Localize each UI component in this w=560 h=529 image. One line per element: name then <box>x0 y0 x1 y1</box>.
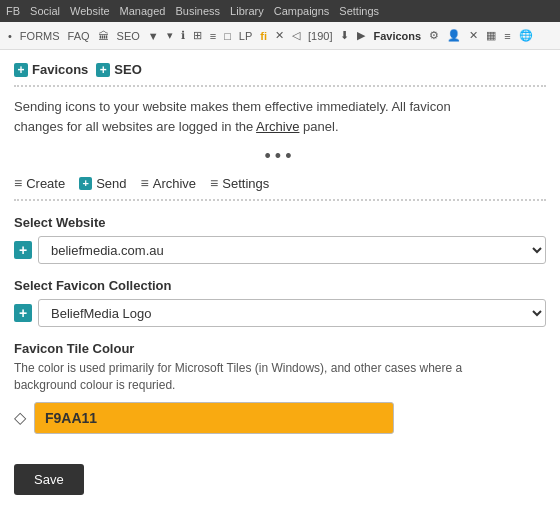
archive-menu-icon: ≡ <box>141 175 149 191</box>
top-nav-library[interactable]: Library <box>230 5 264 17</box>
seo-label: SEO <box>114 62 141 77</box>
toolbar: • FORMS FAQ 🏛 SEO ▼ ▾ ℹ ⊞ ≡ □ LP fi ✕ ◁ … <box>0 22 560 50</box>
page-header: + Favicons + SEO <box>14 62 546 77</box>
toolbar-filter2[interactable]: ▾ <box>165 29 175 42</box>
archive-label: Archive <box>153 176 196 191</box>
subnav-create[interactable]: ≡ Create <box>14 175 65 191</box>
top-nav-fb[interactable]: FB <box>6 5 20 17</box>
toolbar-count: [190] <box>306 30 334 42</box>
website-plus-button[interactable]: + <box>14 241 32 259</box>
desc-line3: panel. <box>299 119 338 134</box>
select-collection-label: Select Favicon Collection <box>14 278 546 293</box>
toolbar-back-icon[interactable]: ◁ <box>290 29 302 42</box>
top-nav-business[interactable]: Business <box>175 5 220 17</box>
archive-link[interactable]: Archive <box>256 119 299 134</box>
colour-input-row: ◇ <box>14 402 546 434</box>
colour-label: Favicon Tile Colour <box>14 341 546 356</box>
favicons-label: Favicons <box>32 62 88 77</box>
toolbar-lp[interactable]: LP <box>237 30 254 42</box>
subnav-archive[interactable]: ≡ Archive <box>141 175 197 191</box>
toolbar-menu-icon[interactable]: ≡ <box>208 30 218 42</box>
description-text: Sending icons to your website makes them… <box>14 97 546 136</box>
select-website-label: Select Website <box>14 215 546 230</box>
send-plus-icon: + <box>79 177 92 190</box>
toolbar-archive-icon[interactable]: 🏛 <box>96 30 111 42</box>
toolbar-table-icon[interactable]: ▦ <box>484 29 498 42</box>
toolbar-grid-icon[interactable]: ⊞ <box>191 29 204 42</box>
select-website-row: + beliefmedia.com.au <box>14 236 546 264</box>
top-nav-social[interactable]: Social <box>30 5 60 17</box>
select-website-section: Select Website + beliefmedia.com.au <box>14 215 546 264</box>
toolbar-close-icon[interactable]: ✕ <box>273 29 286 42</box>
sub-divider <box>14 199 546 201</box>
toolbar-download-icon[interactable]: ⬇ <box>338 29 351 42</box>
save-button[interactable]: Save <box>14 464 84 495</box>
top-nav-campaigns[interactable]: Campaigns <box>274 5 330 17</box>
top-nav-website[interactable]: Website <box>70 5 110 17</box>
desc-line1: Sending icons to your website makes them… <box>14 99 451 114</box>
colour-desc-line2: background colour is requried. <box>14 378 175 392</box>
toolbar-fi-icon[interactable]: fi <box>258 30 269 42</box>
main-content: + Favicons + SEO Sending icons to your w… <box>0 50 560 507</box>
colour-section: Favicon Tile Colour The color is used pr… <box>14 341 546 434</box>
desc-line2: changes for all websites are logged in t… <box>14 119 256 134</box>
collection-plus-button[interactable]: + <box>14 304 32 322</box>
seo-plus-icon[interactable]: + <box>96 63 110 77</box>
toolbar-video-icon[interactable]: ▶ <box>355 29 367 42</box>
toolbar-x-icon[interactable]: ✕ <box>467 29 480 42</box>
three-dots: ••• <box>14 146 546 167</box>
top-divider <box>14 85 546 87</box>
collection-select[interactable]: BeliefMedia Logo <box>38 299 546 327</box>
toolbar-forms[interactable]: FORMS <box>18 30 62 42</box>
seo-header: + SEO <box>96 62 141 77</box>
create-menu-icon: ≡ <box>14 175 22 191</box>
colour-picker-icon[interactable]: ◇ <box>14 408 26 427</box>
subnav-settings[interactable]: ≡ Settings <box>210 175 269 191</box>
toolbar-info-icon[interactable]: ℹ <box>179 29 187 42</box>
toolbar-globe-icon[interactable]: 🌐 <box>517 29 535 42</box>
website-select[interactable]: beliefmedia.com.au <box>38 236 546 264</box>
favicons-header: + Favicons <box>14 62 88 77</box>
top-nav: FB Social Website Managed Business Libra… <box>0 0 560 22</box>
colour-desc-line1: The color is used primarily for Microsof… <box>14 361 462 375</box>
toolbar-seo[interactable]: SEO <box>115 30 142 42</box>
select-collection-section: Select Favicon Collection + BeliefMedia … <box>14 278 546 327</box>
subnav-send[interactable]: + Send <box>79 176 126 191</box>
top-nav-managed[interactable]: Managed <box>120 5 166 17</box>
settings-menu-icon: ≡ <box>210 175 218 191</box>
colour-input-field[interactable] <box>34 402 394 434</box>
top-nav-settings[interactable]: Settings <box>339 5 379 17</box>
toolbar-settings-icon[interactable]: ⚙ <box>427 29 441 42</box>
toolbar-faq[interactable]: FAQ <box>66 30 92 42</box>
create-label: Create <box>26 176 65 191</box>
toolbar-box-icon[interactable]: □ <box>222 30 233 42</box>
toolbar-user-icon[interactable]: 👤 <box>445 29 463 42</box>
toolbar-cache-label[interactable]: Favicons <box>371 30 423 42</box>
favicons-plus-icon[interactable]: + <box>14 63 28 77</box>
toolbar-filter1[interactable]: ▼ <box>146 30 161 42</box>
select-collection-row: + BeliefMedia Logo <box>14 299 546 327</box>
send-label: Send <box>96 176 126 191</box>
sub-nav: ≡ Create + Send ≡ Archive ≡ Settings <box>14 175 546 191</box>
toolbar-list-icon[interactable]: ≡ <box>502 30 512 42</box>
toolbar-icon-bullet[interactable]: • <box>6 30 14 42</box>
colour-desc: The color is used primarily for Microsof… <box>14 360 546 394</box>
settings-label: Settings <box>222 176 269 191</box>
